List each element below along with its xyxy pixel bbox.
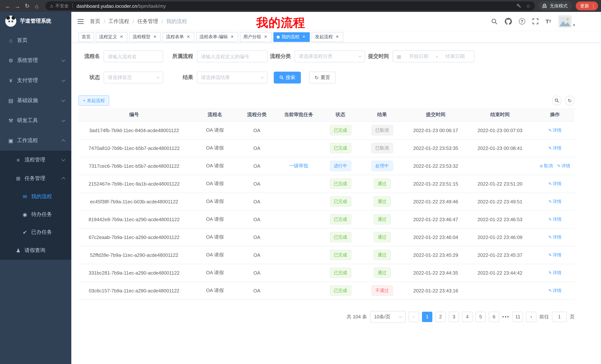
tab-process-form[interactable]: 流程表单× (163, 32, 194, 42)
cell-current-task (274, 175, 323, 192)
sidebar-item-done-tasks[interactable]: ✔已办任务 (0, 223, 71, 241)
sidebar-item-system-management[interactable]: ⚙系统管理 (0, 50, 71, 70)
page-button-5[interactable]: 5 (475, 312, 486, 322)
bookmark-star-icon[interactable]: ☆ (526, 3, 531, 9)
browser-reload-icon[interactable]: ↻ (22, 1, 32, 11)
detail-link[interactable]: ✎详情 (549, 288, 561, 293)
detail-link[interactable]: ✎详情 (549, 252, 561, 257)
sidebar-item-leave-query[interactable]: ♟请假查询 (0, 241, 71, 260)
top-navbar: 首页/工作流程/任务管理/我的流程 ? (71, 12, 601, 31)
close-icon[interactable]: × (335, 34, 340, 39)
github-icon[interactable] (505, 18, 512, 25)
status-select[interactable]: 请选择状态 (104, 72, 163, 84)
user-menu[interactable]: ▾ (558, 15, 575, 28)
tab-home[interactable]: 首页 (78, 32, 94, 42)
close-icon[interactable]: × (119, 34, 124, 39)
detail-link[interactable]: ✎详情 (549, 234, 561, 239)
parent-process-input[interactable] (201, 54, 263, 59)
detail-link[interactable]: ✎详情 (549, 217, 561, 222)
breadcrumb-separator: / (161, 18, 163, 24)
search-button[interactable]: 搜索 (274, 72, 301, 84)
detail-link[interactable]: ✎详情 (549, 127, 561, 133)
cancel-link[interactable]: ⊘取消 (540, 163, 553, 168)
date-range-picker[interactable]: ▦ 开始日期 - 结束日期 (393, 50, 474, 62)
sidebar-item-label: 研发工具 (17, 117, 38, 124)
cell-end-time: 2022-01-22 23:46:53 (465, 211, 535, 228)
page-button-4[interactable]: 4 (462, 312, 472, 322)
hamburger-icon[interactable] (77, 18, 84, 24)
cell-current-task: 一级审批 (274, 157, 323, 175)
detail-link[interactable]: ✎详情 (549, 199, 561, 204)
page-button-2[interactable]: 2 (435, 312, 446, 322)
help-icon[interactable]: ? (519, 18, 525, 25)
close-icon[interactable]: × (186, 34, 191, 39)
page-button-1[interactable]: 1 (422, 312, 432, 322)
close-icon[interactable]: × (152, 34, 158, 39)
cell-status: 已完成 (323, 192, 357, 211)
font-size-icon[interactable]: TT (545, 18, 551, 25)
sidebar-item-label: 首页 (17, 37, 28, 44)
tab-process-form-edit[interactable]: 流程表单-编辑× (196, 32, 238, 42)
tab-my-process[interactable]: 我的流程× (273, 32, 310, 42)
tab-process-model[interactable]: 流程模型× (129, 32, 161, 42)
breadcrumb-item[interactable]: 首页 (90, 18, 100, 25)
sidebar-item-payment-management[interactable]: ¥支付管理 (0, 70, 71, 91)
sidebar-item-home[interactable]: ⌂首页 (0, 30, 71, 50)
breadcrumb-item[interactable]: 工作流程 (109, 18, 129, 25)
close-icon[interactable]: × (301, 34, 306, 39)
process-name-input[interactable] (108, 54, 159, 59)
start-process-button[interactable]: + 发起流程 (78, 95, 109, 106)
pagination: 共 104 条10条/页‹123456•••11›前往页 (78, 311, 575, 323)
tab-start-process[interactable]: 发起流程× (312, 32, 343, 42)
next-page-button[interactable]: › (526, 312, 536, 322)
detail-link[interactable]: ✎详情 (557, 163, 570, 168)
detail-label: 详情 (552, 270, 561, 275)
fullscreen-icon[interactable] (532, 18, 538, 25)
browser-forward-icon[interactable]: → (13, 1, 22, 11)
sidebar: 芋道管理系统 ⌂首页⚙系统管理¥支付管理▤基础设施⚒研发工具▣工作流程≡流程管理… (0, 12, 71, 364)
cell-actions: ✎详情 (535, 139, 575, 157)
page-button-6[interactable]: 6 (489, 312, 499, 322)
sidebar-item-infrastructure[interactable]: ▤基础设施 (0, 91, 71, 111)
goto-page-input[interactable] (552, 312, 567, 322)
cell-submit-time: 2022-01-22 23:43:16 (407, 282, 465, 299)
gear-icon: ⚙ (7, 57, 14, 63)
sidebar-item-my-process[interactable]: ✉我的流程 (0, 188, 71, 206)
sidebar-item-process-management[interactable]: ≡流程管理 (0, 151, 71, 169)
page-size-select[interactable]: 10条/页 (370, 311, 406, 323)
sidebar-item-task-management[interactable]: ⊞任务管理 (0, 169, 71, 188)
page-button-11[interactable]: 11 (513, 312, 523, 322)
sidebar-item-dev-tools[interactable]: ⚒研发工具 (0, 111, 71, 131)
breadcrumb-item[interactable]: 任务管理 (137, 18, 158, 25)
toggle-search-button[interactable] (552, 96, 562, 105)
browser-home-icon[interactable]: ⌂ (32, 1, 42, 11)
browser-back-icon[interactable]: ← (3, 1, 13, 11)
address-bar[interactable]: ⚠ 不安全 dashboard.yudao.iocoder.cn /bpm/ta… (45, 1, 535, 10)
page-button-3[interactable]: 3 (449, 312, 459, 322)
more-pages-icon[interactable]: ••• (502, 314, 510, 319)
result-select[interactable]: 请选择流结果 (197, 72, 267, 84)
refresh-table-button[interactable]: ↻ (565, 96, 575, 105)
cell-current-task (274, 192, 323, 211)
status-badge: 已完成 (330, 179, 351, 189)
detail-link[interactable]: ✎详情 (549, 145, 561, 151)
sidebar-item-workflow[interactable]: ▣工作流程 (0, 131, 71, 151)
main-area: 我的流程 首页/工作流程/任务管理/我的流程 (71, 12, 601, 364)
close-icon[interactable]: × (230, 34, 235, 39)
detail-link[interactable]: ✎详情 (549, 270, 561, 275)
category-select[interactable]: 请选择流程分类 (295, 50, 365, 62)
password-key-icon[interactable] (517, 3, 522, 9)
app-logo[interactable]: 芋道管理系统 (0, 12, 71, 30)
close-icon[interactable]: × (263, 34, 268, 39)
current-task-link[interactable]: 一级审批 (289, 163, 308, 168)
reset-button[interactable]: ↻ 重置 (309, 72, 336, 84)
sidebar-item-todo-tasks[interactable]: ◉待办任务 (0, 206, 71, 223)
prev-page-button[interactable]: ‹ (409, 312, 419, 322)
status-badge: 已完成 (330, 232, 351, 242)
tab-user-group[interactable]: 用户分组× (240, 32, 271, 42)
search-icon[interactable] (491, 18, 498, 25)
tab-process-definition[interactable]: 流程定义× (96, 32, 127, 42)
browser-update-button[interactable]: 更新 ⋮ (576, 1, 598, 10)
browser-menu-icon[interactable]: ⋮ (591, 3, 596, 9)
detail-link[interactable]: ✎详情 (549, 181, 561, 186)
